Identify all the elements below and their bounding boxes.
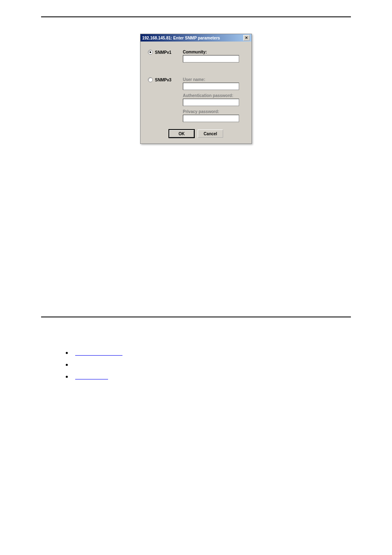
snmpv1-radio-label: SNMPv1 (155, 50, 171, 55)
username-input (183, 83, 239, 90)
cancel-button[interactable]: Cancel (198, 130, 223, 138)
username-label: User name: (183, 77, 244, 82)
snmpv3-radio-label: SNMPv3 (155, 78, 171, 82)
auth-password-label: Authentication password: (183, 93, 244, 98)
snmpv1-radio[interactable] (148, 50, 153, 55)
ok-button-label: OK (179, 132, 185, 136)
ok-button[interactable]: OK (169, 130, 194, 138)
link-item-3[interactable] (75, 374, 108, 379)
bullet-icon (66, 364, 68, 366)
list-item (66, 350, 351, 356)
community-label: Community: (183, 50, 244, 54)
bullet-icon (66, 376, 68, 378)
close-icon: ✕ (245, 36, 248, 40)
privacy-password-input (183, 115, 239, 122)
dialog-titlebar: 192.168.145.81: Enter SNMP parameters ✕ (141, 34, 251, 42)
list-item (66, 364, 351, 366)
link-item-1[interactable] (75, 350, 122, 356)
snmpv3-radio[interactable] (148, 77, 153, 82)
dialog-title: 192.168.145.81: Enter SNMP parameters (142, 36, 220, 40)
privacy-password-label: Privacy password: (183, 109, 244, 114)
community-input[interactable] (183, 55, 239, 62)
section-divider (41, 317, 351, 317)
close-button[interactable]: ✕ (243, 35, 250, 41)
list-item (66, 374, 351, 379)
top-divider (41, 16, 351, 17)
bullet-icon (66, 352, 68, 354)
link-list (66, 350, 351, 379)
cancel-button-label: Cancel (204, 132, 217, 136)
auth-password-input (183, 99, 239, 106)
snmp-parameters-dialog: 192.168.145.81: Enter SNMP parameters ✕ … (140, 34, 252, 144)
